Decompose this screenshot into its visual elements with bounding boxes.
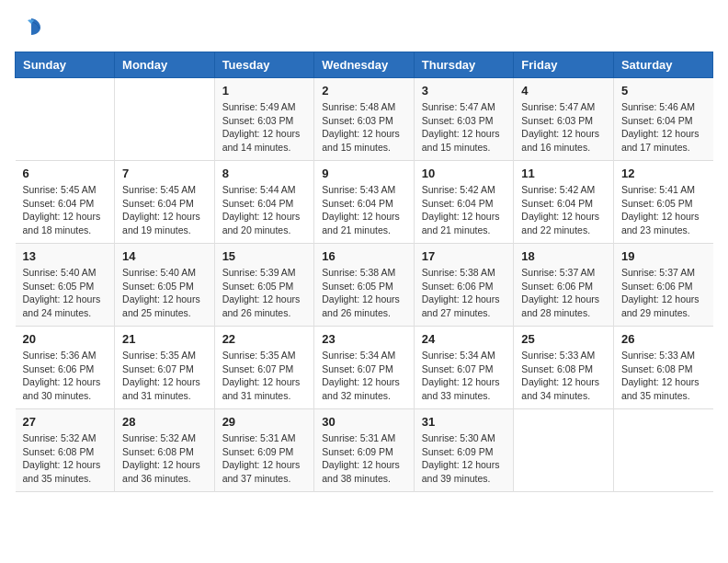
calendar-cell	[514, 409, 614, 492]
cell-content: Sunrise: 5:42 AM Sunset: 6:04 PM Dayligh…	[422, 183, 506, 237]
header-thursday: Thursday	[414, 52, 514, 78]
cell-content: Sunrise: 5:38 AM Sunset: 6:06 PM Dayligh…	[422, 266, 506, 320]
cell-content: Sunrise: 5:31 AM Sunset: 6:09 PM Dayligh…	[222, 431, 307, 486]
day-number: 17	[422, 249, 506, 263]
day-number: 2	[322, 84, 406, 98]
calendar-cell: 14Sunrise: 5:40 AM Sunset: 6:05 PM Dayli…	[115, 244, 215, 327]
calendar-cell: 19Sunrise: 5:37 AM Sunset: 6:06 PM Dayli…	[613, 244, 712, 327]
header-wednesday: Wednesday	[314, 52, 415, 78]
header-sunday: Sunday	[16, 52, 115, 78]
calendar-cell: 20Sunrise: 5:36 AM Sunset: 6:06 PM Dayli…	[16, 327, 115, 409]
calendar-cell: 5Sunrise: 5:46 AM Sunset: 6:04 PM Daylig…	[613, 78, 712, 161]
calendar-cell	[115, 78, 215, 161]
cell-content: Sunrise: 5:33 AM Sunset: 6:08 PM Dayligh…	[621, 349, 706, 403]
calendar-cell: 4Sunrise: 5:47 AM Sunset: 6:03 PM Daylig…	[514, 78, 614, 161]
calendar-cell: 24Sunrise: 5:34 AM Sunset: 6:07 PM Dayli…	[414, 327, 514, 409]
calendar-cell: 29Sunrise: 5:31 AM Sunset: 6:09 PM Dayli…	[214, 409, 314, 492]
cell-content: Sunrise: 5:37 AM Sunset: 6:06 PM Dayligh…	[521, 266, 606, 320]
day-number: 11	[521, 167, 606, 180]
day-number: 3	[422, 84, 506, 98]
cell-content: Sunrise: 5:40 AM Sunset: 6:05 PM Dayligh…	[23, 266, 108, 320]
calendar-week-row: 1Sunrise: 5:49 AM Sunset: 6:03 PM Daylig…	[16, 78, 713, 161]
cell-content: Sunrise: 5:39 AM Sunset: 6:05 PM Dayligh…	[222, 266, 307, 320]
calendar-week-row: 27Sunrise: 5:32 AM Sunset: 6:08 PM Dayli…	[16, 409, 713, 492]
calendar-header-row: SundayMondayTuesdayWednesdayThursdayFrid…	[16, 52, 713, 78]
calendar-cell: 30Sunrise: 5:31 AM Sunset: 6:09 PM Dayli…	[314, 409, 415, 492]
cell-content: Sunrise: 5:41 AM Sunset: 6:05 PM Dayligh…	[621, 183, 706, 237]
day-number: 16	[322, 249, 406, 263]
header-friday: Friday	[514, 52, 614, 78]
cell-content: Sunrise: 5:49 AM Sunset: 6:03 PM Dayligh…	[222, 100, 307, 155]
calendar-week-row: 13Sunrise: 5:40 AM Sunset: 6:05 PM Dayli…	[16, 244, 713, 327]
cell-content: Sunrise: 5:37 AM Sunset: 6:06 PM Dayligh…	[621, 266, 706, 320]
day-number: 28	[122, 415, 207, 429]
day-number: 18	[521, 249, 606, 263]
calendar-cell: 25Sunrise: 5:33 AM Sunset: 6:08 PM Dayli…	[514, 327, 614, 409]
calendar-cell: 9Sunrise: 5:43 AM Sunset: 6:04 PM Daylig…	[314, 161, 415, 244]
cell-content: Sunrise: 5:30 AM Sunset: 6:09 PM Dayligh…	[422, 431, 506, 486]
cell-content: Sunrise: 5:34 AM Sunset: 6:07 PM Dayligh…	[422, 349, 506, 403]
header-monday: Monday	[115, 52, 215, 78]
day-number: 25	[521, 332, 606, 346]
day-number: 5	[621, 84, 706, 98]
day-number: 29	[222, 415, 307, 429]
day-number: 27	[23, 415, 108, 429]
cell-content: Sunrise: 5:36 AM Sunset: 6:06 PM Dayligh…	[23, 349, 108, 403]
cell-content: Sunrise: 5:33 AM Sunset: 6:08 PM Dayligh…	[521, 349, 606, 403]
calendar-cell: 17Sunrise: 5:38 AM Sunset: 6:06 PM Dayli…	[414, 244, 514, 327]
calendar-cell: 15Sunrise: 5:39 AM Sunset: 6:05 PM Dayli…	[214, 244, 314, 327]
calendar-cell: 12Sunrise: 5:41 AM Sunset: 6:05 PM Dayli…	[613, 161, 712, 244]
cell-content: Sunrise: 5:47 AM Sunset: 6:03 PM Dayligh…	[521, 100, 606, 155]
logo-bird-icon	[18, 15, 44, 40]
cell-content: Sunrise: 5:42 AM Sunset: 6:04 PM Dayligh…	[521, 183, 606, 237]
day-number: 12	[621, 167, 706, 180]
calendar-cell: 7Sunrise: 5:45 AM Sunset: 6:04 PM Daylig…	[115, 161, 215, 244]
calendar-cell	[613, 409, 712, 492]
cell-content: Sunrise: 5:40 AM Sunset: 6:05 PM Dayligh…	[122, 266, 207, 320]
day-number: 9	[322, 167, 406, 180]
calendar-cell: 18Sunrise: 5:37 AM Sunset: 6:06 PM Dayli…	[514, 244, 614, 327]
cell-content: Sunrise: 5:38 AM Sunset: 6:05 PM Dayligh…	[322, 266, 406, 320]
header-saturday: Saturday	[613, 52, 712, 78]
calendar-cell: 13Sunrise: 5:40 AM Sunset: 6:05 PM Dayli…	[16, 244, 115, 327]
cell-content: Sunrise: 5:35 AM Sunset: 6:07 PM Dayligh…	[222, 349, 307, 403]
calendar-cell	[16, 78, 115, 161]
day-number: 15	[222, 249, 307, 263]
cell-content: Sunrise: 5:34 AM Sunset: 6:07 PM Dayligh…	[322, 349, 406, 403]
day-number: 22	[222, 332, 307, 346]
calendar-cell: 8Sunrise: 5:44 AM Sunset: 6:04 PM Daylig…	[214, 161, 314, 244]
cell-content: Sunrise: 5:31 AM Sunset: 6:09 PM Dayligh…	[322, 431, 406, 486]
calendar-cell: 2Sunrise: 5:48 AM Sunset: 6:03 PM Daylig…	[314, 78, 415, 161]
calendar-cell: 11Sunrise: 5:42 AM Sunset: 6:04 PM Dayli…	[514, 161, 614, 244]
calendar-cell: 10Sunrise: 5:42 AM Sunset: 6:04 PM Dayli…	[414, 161, 514, 244]
calendar-cell: 28Sunrise: 5:32 AM Sunset: 6:08 PM Dayli…	[115, 409, 215, 492]
logo	[15, 15, 44, 40]
page-header	[15, 15, 713, 40]
calendar-cell: 22Sunrise: 5:35 AM Sunset: 6:07 PM Dayli…	[214, 327, 314, 409]
calendar-cell: 23Sunrise: 5:34 AM Sunset: 6:07 PM Dayli…	[314, 327, 415, 409]
day-number: 30	[322, 415, 406, 429]
cell-content: Sunrise: 5:35 AM Sunset: 6:07 PM Dayligh…	[122, 349, 207, 403]
day-number: 19	[621, 249, 706, 263]
calendar-cell: 1Sunrise: 5:49 AM Sunset: 6:03 PM Daylig…	[214, 78, 314, 161]
cell-content: Sunrise: 5:45 AM Sunset: 6:04 PM Dayligh…	[122, 183, 207, 237]
day-number: 7	[122, 167, 207, 180]
day-number: 26	[621, 332, 706, 346]
day-number: 6	[23, 167, 108, 180]
cell-content: Sunrise: 5:44 AM Sunset: 6:04 PM Dayligh…	[222, 183, 307, 237]
calendar-cell: 31Sunrise: 5:30 AM Sunset: 6:09 PM Dayli…	[414, 409, 514, 492]
day-number: 1	[222, 84, 307, 98]
calendar-cell: 27Sunrise: 5:32 AM Sunset: 6:08 PM Dayli…	[16, 409, 115, 492]
cell-content: Sunrise: 5:45 AM Sunset: 6:04 PM Dayligh…	[23, 183, 108, 237]
calendar-cell: 16Sunrise: 5:38 AM Sunset: 6:05 PM Dayli…	[314, 244, 415, 327]
day-number: 24	[422, 332, 506, 346]
day-number: 10	[422, 167, 506, 180]
day-number: 21	[122, 332, 207, 346]
calendar-table: SundayMondayTuesdayWednesdayThursdayFrid…	[15, 52, 713, 492]
cell-content: Sunrise: 5:47 AM Sunset: 6:03 PM Dayligh…	[422, 100, 506, 155]
day-number: 14	[122, 249, 207, 263]
cell-content: Sunrise: 5:32 AM Sunset: 6:08 PM Dayligh…	[122, 431, 207, 486]
calendar-cell: 6Sunrise: 5:45 AM Sunset: 6:04 PM Daylig…	[16, 161, 115, 244]
day-number: 31	[422, 415, 506, 429]
day-number: 13	[23, 249, 108, 263]
